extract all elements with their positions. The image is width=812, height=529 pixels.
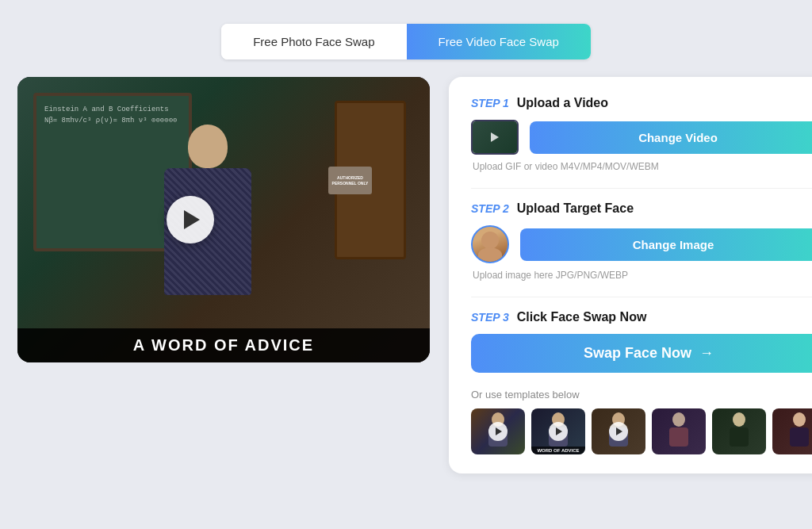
step-3-title: Click Face Swap Now [517,310,647,324]
door-sign-text: AUTHORIZED PERSONNEL ONLY [328,175,372,186]
swap-btn-label: Swap Face Now [584,345,691,362]
tpl-triangle-2 [556,427,562,435]
change-video-button[interactable]: Change Video [530,121,812,154]
tpl-head-5 [733,412,745,427]
step-2-title: Upload Target Face [517,201,634,216]
tpl-play-3 [609,422,628,441]
tpl-triangle-1 [496,427,502,435]
caption-text: A WORD OF ADVICE [133,336,314,354]
template-item-1[interactable] [471,408,525,454]
template-item-2[interactable]: WORD OF ADVICE [531,408,585,454]
door: AUTHORIZED PERSONNEL ONLY [335,101,406,259]
tpl-body-5 [730,427,749,447]
tpl-caption-2: WORD OF ADVICE [531,447,585,454]
swap-arrow-icon: → [699,345,714,362]
template-item-3[interactable] [592,408,645,454]
tab-bar: Free Photo Face Swap Free Video Face Swa… [221,24,591,59]
divider-1 [471,188,812,189]
step-3-label: STEP 3 [471,311,509,324]
template-item-6[interactable] [772,408,812,454]
tpl-body-4 [669,427,688,447]
play-icon [184,210,200,229]
play-button[interactable] [167,196,214,243]
step-3-row: STEP 3 Click Face Swap Now Swap Face Now… [471,310,812,373]
tab-photo-face-swap[interactable]: Free Photo Face Swap [221,24,406,59]
step-1-header: STEP 1 Upload a Video [471,96,812,110]
template-item-5[interactable] [712,408,766,454]
steps-panel: STEP 1 Upload a Video Change Video Uploa… [449,77,812,473]
video-preview-panel: Einstein A and B Coefficients Nβ= 8πhν/c… [17,77,430,362]
caption-bar: A WORD OF ADVICE [17,328,430,362]
templates-row: WORD OF ADVICE [471,408,812,454]
change-image-button[interactable]: Change Image [520,228,812,261]
step-1-row: STEP 1 Upload a Video Change Video Uploa… [471,96,812,172]
face-thumb-inner [473,227,508,262]
video-background: Einstein A and B Coefficients Nβ= 8πhν/c… [17,77,430,362]
templates-label: Or use templates below [471,389,812,401]
thumb-play-icon [491,132,499,142]
swap-face-now-button[interactable]: Swap Face Now → [471,334,812,373]
tpl-triangle-3 [616,427,622,435]
tpl-play-2 [549,422,568,441]
person-head [188,125,228,168]
tpl-head-4 [672,412,685,427]
step-2-hint: Upload image here JPG/PNG/WEBP [471,270,812,281]
step-1-title: Upload a Video [517,96,608,110]
tpl-head-6 [793,412,806,427]
tpl-person-4 [669,412,688,447]
step-1-controls: Change Video [471,120,812,155]
step-2-label: STEP 2 [471,202,509,215]
tpl-person-6 [790,412,809,447]
video-thumb-inner [473,121,517,153]
main-content: Einstein A and B Coefficients Nβ= 8πhν/c… [17,77,795,473]
door-sign: AUTHORIZED PERSONNEL ONLY [328,167,372,194]
tab-video-face-swap[interactable]: Free Video Face Swap [407,24,591,59]
step-1-label: STEP 1 [471,97,509,109]
step-2-row: STEP 2 Upload Target Face Change Image U… [471,201,812,281]
step-2-controls: Change Image [471,225,812,263]
template-item-4[interactable] [652,408,706,454]
tpl-body-6 [790,427,809,447]
step-2-header: STEP 2 Upload Target Face [471,201,812,216]
tpl-person-5 [730,412,749,447]
divider-2 [471,297,812,297]
step-1-hint: Upload GIF or video M4V/MP4/MOV/WEBM [471,161,812,172]
tpl-play-1 [488,422,508,441]
face-thumbnail[interactable] [471,225,509,263]
video-thumbnail[interactable] [471,120,519,155]
step-3-header: STEP 3 Click Face Swap Now [471,310,812,324]
